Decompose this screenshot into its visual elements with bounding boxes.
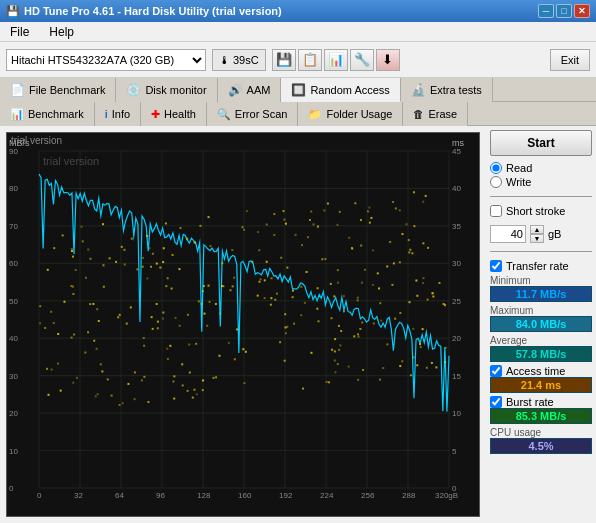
access-time-section: Access time 21.4 ms: [490, 365, 592, 393]
thermometer-icon: 🌡: [219, 54, 230, 66]
stats-section: Transfer rate Minimum 11.7 MB/s Maximum …: [490, 260, 592, 454]
error-scan-icon: 🔍: [217, 108, 231, 121]
tab-folder-usage[interactable]: 📁 Folder Usage: [298, 102, 403, 126]
access-time-label: Access time: [506, 365, 565, 377]
divider-2: [490, 251, 592, 252]
transfer-rate-row: Transfer rate: [490, 260, 592, 272]
minimize-button[interactable]: ─: [538, 4, 554, 18]
write-label: Write: [506, 176, 531, 188]
gb-unit-label: gB: [548, 228, 561, 240]
divider-1: [490, 196, 592, 197]
disk-monitor-icon: 💿: [126, 83, 141, 97]
menubar: File Help: [0, 22, 596, 42]
cpu-usage-value: 4.5%: [490, 438, 592, 454]
access-time-checkbox[interactable]: [490, 365, 502, 377]
maximum-label: Maximum: [490, 305, 592, 316]
burst-rate-label: Burst rate: [506, 396, 554, 408]
benchmark-tab-icon: 📊: [10, 108, 24, 121]
read-radio[interactable]: [490, 162, 502, 174]
drive-selector[interactable]: Hitachi HTS543232A7A (320 GB): [6, 49, 206, 71]
burst-rate-label-row: Burst rate: [490, 396, 592, 408]
menu-help[interactable]: Help: [43, 24, 80, 40]
right-panel: Start Read Write Short stroke ▲ ▼ gB: [486, 126, 596, 523]
exit-button[interactable]: Exit: [550, 49, 590, 71]
file-benchmark-icon: 📄: [10, 83, 25, 97]
burst-rate-value: 85.3 MB/s: [490, 408, 592, 424]
short-stroke-checkbox[interactable]: [490, 205, 502, 217]
start-button[interactable]: Start: [490, 130, 592, 156]
tool-icon-2[interactable]: 📋: [298, 49, 322, 71]
access-time-value: 21.4 ms: [490, 377, 592, 393]
cpu-usage-label: CPU usage: [490, 427, 592, 438]
spinbox-buttons: ▲ ▼: [530, 225, 544, 243]
tool-icon-4[interactable]: 🔧: [350, 49, 374, 71]
window-title: HD Tune Pro 4.61 - Hard Disk Utility (tr…: [24, 5, 282, 17]
tool-icon-3[interactable]: 📊: [324, 49, 348, 71]
toolbar-icons: 💾 📋 📊 🔧 ⬇: [272, 49, 400, 71]
bottom-tabs: 📊 Benchmark i Info ✚ Health 🔍 Error Scan…: [0, 102, 596, 126]
average-section: Average 57.8 MB/s: [490, 335, 592, 362]
short-stroke-row: Short stroke: [490, 205, 592, 217]
read-label: Read: [506, 162, 532, 174]
info-tab-icon: i: [105, 108, 108, 120]
read-write-group: Read Write: [490, 162, 592, 188]
tab-info[interactable]: i Info: [95, 102, 141, 126]
random-access-icon: 🔲: [291, 83, 306, 97]
transfer-rate-label: Transfer rate: [506, 260, 569, 272]
titlebar-left: 💾 HD Tune Pro 4.61 - Hard Disk Utility (…: [6, 5, 282, 18]
tab-random-access[interactable]: 🔲 Random Access: [281, 78, 400, 102]
maximize-button[interactable]: □: [556, 4, 572, 18]
write-option[interactable]: Write: [490, 176, 592, 188]
titlebar: 💾 HD Tune Pro 4.61 - Hard Disk Utility (…: [0, 0, 596, 22]
tool-icon-1[interactable]: 💾: [272, 49, 296, 71]
temperature-display: 🌡 39sC: [212, 49, 266, 71]
extra-tests-icon: 🔬: [411, 83, 426, 97]
access-time-label-row: Access time: [490, 365, 592, 377]
tab-file-benchmark[interactable]: 📄 File Benchmark: [0, 78, 116, 102]
benchmark-chart: [7, 133, 479, 516]
folder-usage-icon: 📁: [308, 108, 322, 121]
top-tabs: 📄 File Benchmark 💿 Disk monitor 🔊 AAM 🔲 …: [0, 78, 596, 102]
maximum-section: Maximum 84.0 MB/s: [490, 305, 592, 332]
tab-health[interactable]: ✚ Health: [141, 102, 207, 126]
short-stroke-value-row: ▲ ▼ gB: [490, 225, 592, 243]
cpu-usage-section: CPU usage 4.5%: [490, 427, 592, 454]
write-radio[interactable]: [490, 176, 502, 188]
minimum-value: 11.7 MB/s: [490, 286, 592, 302]
menu-file[interactable]: File: [4, 24, 35, 40]
chart-watermark: trial version: [11, 135, 62, 146]
tab-erase[interactable]: 🗑 Erase: [403, 102, 468, 126]
erase-icon: 🗑: [413, 108, 424, 120]
read-option[interactable]: Read: [490, 162, 592, 174]
aam-icon: 🔊: [228, 83, 243, 97]
maximum-value: 84.0 MB/s: [490, 316, 592, 332]
tab-error-scan[interactable]: 🔍 Error Scan: [207, 102, 299, 126]
health-tab-icon: ✚: [151, 108, 160, 121]
tab-aam[interactable]: 🔊 AAM: [218, 78, 282, 102]
tab-disk-monitor[interactable]: 💿 Disk monitor: [116, 78, 217, 102]
tab-benchmark[interactable]: 📊 Benchmark: [0, 102, 95, 126]
titlebar-controls: ─ □ ✕: [538, 4, 590, 18]
tool-icon-5[interactable]: ⬇: [376, 49, 400, 71]
minimum-label: Minimum: [490, 275, 592, 286]
average-label: Average: [490, 335, 592, 346]
app-icon: 💾: [6, 5, 20, 18]
short-stroke-label: Short stroke: [506, 205, 565, 217]
tab-extra-tests[interactable]: 🔬 Extra tests: [401, 78, 493, 102]
minimum-section: Minimum 11.7 MB/s: [490, 275, 592, 302]
burst-rate-checkbox[interactable]: [490, 396, 502, 408]
transfer-rate-checkbox[interactable]: [490, 260, 502, 272]
spinbox-down[interactable]: ▼: [530, 234, 544, 243]
main-content: trial version Start Read Write Short str…: [0, 126, 596, 523]
average-value: 57.8 MB/s: [490, 346, 592, 362]
toolbar: Hitachi HTS543232A7A (320 GB) 🌡 39sC 💾 📋…: [0, 42, 596, 78]
temperature-value: 39sC: [233, 54, 259, 66]
burst-rate-section: Burst rate 85.3 MB/s: [490, 396, 592, 424]
close-button[interactable]: ✕: [574, 4, 590, 18]
short-stroke-input[interactable]: [490, 225, 526, 243]
spinbox-up[interactable]: ▲: [530, 225, 544, 234]
chart-area: trial version: [6, 132, 480, 517]
